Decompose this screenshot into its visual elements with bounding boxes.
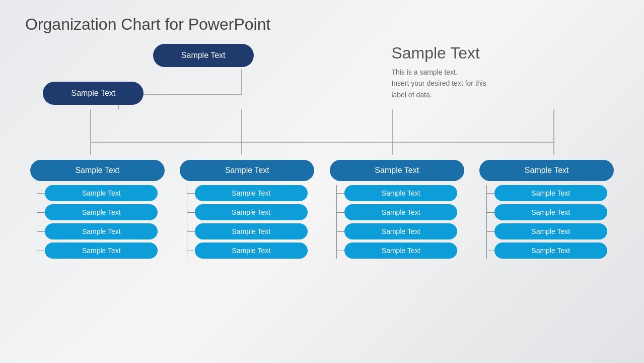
col-4-item-4: Sample Text bbox=[494, 243, 607, 259]
column-3: Sample Text Sample Text Sample Text Samp… bbox=[330, 160, 464, 259]
col-2-item-4: Sample Text bbox=[195, 243, 308, 259]
col-2-item-2: Sample Text bbox=[195, 204, 308, 220]
col-3-items: Sample Text Sample Text Sample Text Samp… bbox=[336, 185, 457, 259]
col-2-item-3: Sample Text bbox=[195, 223, 308, 239]
col-3-item-3: Sample Text bbox=[344, 223, 457, 239]
col-3-item-4: Sample Text bbox=[344, 243, 457, 259]
sub-root-node: Sample Text bbox=[43, 82, 144, 105]
col-2-items: Sample Text Sample Text Sample Text Samp… bbox=[187, 185, 308, 259]
root-node: Sample Text bbox=[153, 44, 254, 67]
column-1: Sample Text Sample Text Sample Text Samp… bbox=[30, 160, 165, 259]
col-3-item-1: Sample Text bbox=[344, 185, 457, 201]
col-4-header: Sample Text bbox=[479, 160, 614, 181]
col-4-item-3: Sample Text bbox=[494, 223, 607, 239]
col-1-header: Sample Text bbox=[30, 160, 165, 181]
col-4-item-1: Sample Text bbox=[494, 185, 607, 201]
column-4: Sample Text Sample Text Sample Text Samp… bbox=[479, 160, 614, 259]
col-3-header: Sample Text bbox=[330, 160, 464, 181]
col-2-header: Sample Text bbox=[180, 160, 314, 181]
org-chart: Sample Text Sample Text Sample Text This… bbox=[25, 44, 619, 259]
column-2: Sample Text Sample Text Sample Text Samp… bbox=[180, 160, 314, 259]
info-title: Sample Text bbox=[391, 44, 619, 63]
page: Organization Chart for PowerPoint bbox=[0, 0, 644, 363]
col-1-items: Sample Text Sample Text Sample Text Samp… bbox=[37, 185, 158, 259]
columns-row: Sample Text Sample Text Sample Text Samp… bbox=[25, 160, 619, 259]
page-title: Organization Chart for PowerPoint bbox=[25, 15, 619, 34]
info-body: This is a sample text. Insert your desir… bbox=[391, 67, 619, 100]
col-1-item-2: Sample Text bbox=[45, 204, 158, 220]
col-4-items: Sample Text Sample Text Sample Text Samp… bbox=[486, 185, 607, 259]
col-1-item-3: Sample Text bbox=[45, 223, 158, 239]
col-1-item-4: Sample Text bbox=[45, 243, 158, 259]
col-3-item-2: Sample Text bbox=[344, 204, 457, 220]
info-panel: Sample Text This is a sample text. Inser… bbox=[381, 44, 619, 100]
col-2-item-1: Sample Text bbox=[195, 185, 308, 201]
col-1-item-1: Sample Text bbox=[45, 185, 158, 201]
col-4-item-2: Sample Text bbox=[494, 204, 607, 220]
